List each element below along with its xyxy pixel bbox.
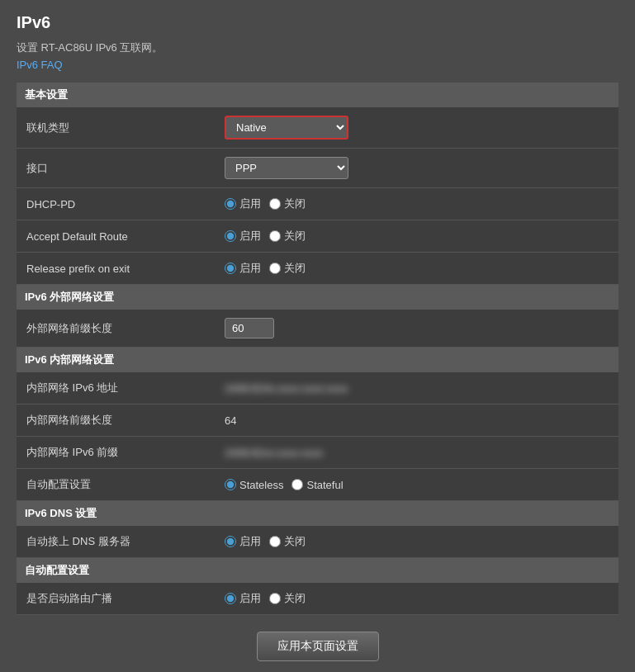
label-external-prefix-len: 外部网络前缀长度 [17, 310, 215, 348]
accept-route-disable-text: 关闭 [284, 229, 306, 244]
row-external-prefix-len: 外部网络前缀长度 [17, 310, 618, 348]
label-interface: 接口 [17, 149, 215, 188]
section-header-basic: 基本设置 [17, 83, 618, 107]
basic-settings-table: 联机类型 Disable Native Tunnel 6in4 Tunnel 6… [17, 107, 618, 285]
cell-internal-ipv6: 2408:824x:xxxx:xxxx:xxxx [215, 372, 618, 405]
autoconfig-stateful-text: Stateful [306, 479, 343, 491]
auto-dns-enable-text: 启用 [239, 534, 261, 549]
row-autoconfig: 自动配置设置 Stateless Stateful [17, 469, 618, 501]
row-internal-ipv6-prefix: 内部网络 IPv6 前缀 2408:82xx:xxxx:xxxx [17, 437, 618, 469]
release-prefix-radio-group: 启用 关闭 [225, 261, 609, 276]
dns-settings-table: 自动接上 DNS 服务器 启用 关闭 [17, 526, 618, 558]
row-release-prefix: Release prefix on exit 启用 关闭 [17, 253, 618, 285]
row-accept-default-route: Accept Default Route 启用 关闭 [17, 220, 618, 253]
accept-route-radio-group: 启用 关闭 [225, 229, 609, 244]
accept-route-enable-text: 启用 [239, 229, 261, 244]
row-routing-broadcast: 是否启动路由广播 启用 关闭 [17, 583, 618, 615]
cell-internal-prefix-len: 64 [215, 405, 618, 437]
routing-broadcast-disable-radio[interactable] [269, 593, 281, 604]
autoconfig-stateless-label[interactable]: Stateless [225, 479, 283, 491]
auto-dns-disable-radio[interactable] [269, 536, 281, 547]
cell-dhcp-pd: 启用 关闭 [215, 188, 618, 220]
dhcp-pd-disable-label[interactable]: 关闭 [269, 196, 306, 211]
auto-dns-disable-label[interactable]: 关闭 [269, 534, 306, 549]
dhcp-pd-disable-radio[interactable] [269, 198, 281, 210]
autoconfig-settings-table: 是否启动路由广播 启用 关闭 [17, 583, 618, 615]
routing-broadcast-enable-text: 启用 [239, 591, 261, 606]
label-internal-prefix-len: 内部网络前缀长度 [17, 405, 215, 437]
autoconfig-stateful-radio[interactable] [291, 479, 303, 490]
accept-route-disable-radio[interactable] [269, 230, 281, 242]
row-dhcp-pd: DHCP-PD 启用 关闭 [17, 188, 618, 220]
cell-routing-broadcast: 启用 关闭 [215, 583, 618, 615]
faq-link[interactable]: IPv6 FAQ [17, 59, 618, 71]
autoconfig-stateless-radio[interactable] [225, 479, 236, 490]
label-internal-ipv6-prefix: 内部网络 IPv6 前缀 [17, 437, 215, 469]
external-settings-table: 外部网络前缀长度 [17, 310, 618, 348]
cell-autoconfig: Stateless Stateful [215, 469, 618, 501]
external-prefix-len-input[interactable] [225, 318, 274, 338]
label-routing-broadcast: 是否启动路由广播 [17, 583, 215, 615]
auto-dns-disable-text: 关闭 [284, 534, 306, 549]
cell-auto-dns: 启用 关闭 [215, 526, 618, 558]
section-autoconfig-settings: 自动配置设置 是否启动路由广播 启用 关闭 [17, 558, 618, 615]
autoconfig-stateful-label[interactable]: Stateful [291, 479, 343, 491]
accept-route-enable-radio[interactable] [225, 230, 236, 242]
interface-select[interactable]: PPP WAN [225, 157, 348, 179]
row-interface: 接口 PPP WAN [17, 149, 618, 188]
section-header-dns: IPv6 DNS 设置 [17, 501, 618, 526]
routing-broadcast-disable-text: 关闭 [284, 591, 306, 606]
connection-type-select[interactable]: Disable Native Tunnel 6in4 Tunnel 6to4 T… [225, 116, 348, 140]
label-internal-ipv6: 内部网络 IPv6 地址 [17, 372, 215, 405]
cell-interface: PPP WAN [215, 149, 618, 188]
auto-dns-radio-group: 启用 关闭 [225, 534, 609, 549]
row-connection-type: 联机类型 Disable Native Tunnel 6in4 Tunnel 6… [17, 107, 618, 149]
release-prefix-disable-text: 关闭 [284, 261, 306, 276]
release-prefix-enable-text: 启用 [239, 261, 261, 276]
cell-release-prefix: 启用 关闭 [215, 253, 618, 285]
routing-broadcast-enable-label[interactable]: 启用 [225, 591, 261, 606]
page-container: IPv6 设置 RT-AC86U IPv6 互联网。 IPv6 FAQ 基本设置… [0, 0, 635, 672]
release-prefix-disable-label[interactable]: 关闭 [269, 261, 306, 276]
label-dhcp-pd: DHCP-PD [17, 188, 215, 220]
dhcp-pd-enable-label[interactable]: 启用 [225, 196, 261, 211]
accept-route-disable-label[interactable]: 关闭 [269, 229, 306, 244]
auto-dns-enable-radio[interactable] [225, 536, 236, 547]
row-internal-prefix-len: 内部网络前缀长度 64 [17, 405, 618, 437]
label-autoconfig: 自动配置设置 [17, 469, 215, 501]
dhcp-pd-enable-text: 启用 [239, 196, 261, 211]
autoconfig-radio-group: Stateless Stateful [225, 479, 609, 491]
routing-broadcast-radio-group: 启用 关闭 [225, 591, 609, 606]
section-header-internal: IPv6 内部网络设置 [17, 348, 618, 372]
internal-settings-table: 内部网络 IPv6 地址 2408:824x:xxxx:xxxx:xxxx 内部… [17, 372, 618, 501]
section-header-autoconfig-settings: 自动配置设置 [17, 558, 618, 583]
apply-button[interactable]: 应用本页面设置 [257, 632, 379, 661]
internal-ipv6-value: 2408:824x:xxxx:xxxx:xxxx [225, 382, 348, 395]
cell-external-prefix-len [215, 310, 618, 348]
label-accept-default-route: Accept Default Route [17, 220, 215, 253]
accept-route-enable-label[interactable]: 启用 [225, 229, 261, 244]
dhcp-pd-enable-radio[interactable] [225, 198, 236, 210]
release-prefix-disable-radio[interactable] [269, 263, 281, 274]
routing-broadcast-enable-radio[interactable] [225, 593, 236, 604]
label-release-prefix: Release prefix on exit [17, 253, 215, 285]
row-auto-dns: 自动接上 DNS 服务器 启用 关闭 [17, 526, 618, 558]
cell-connection-type: Disable Native Tunnel 6in4 Tunnel 6to4 T… [215, 107, 618, 149]
page-title: IPv6 [17, 13, 618, 32]
dhcp-pd-disable-text: 关闭 [284, 196, 306, 211]
release-prefix-enable-radio[interactable] [225, 263, 236, 274]
release-prefix-enable-label[interactable]: 启用 [225, 261, 261, 276]
cell-internal-ipv6-prefix: 2408:82xx:xxxx:xxxx [215, 437, 618, 469]
label-connection-type: 联机类型 [17, 107, 215, 149]
section-basic: 基本设置 联机类型 Disable Native Tunnel 6in4 Tun… [17, 83, 618, 285]
section-header-external: IPv6 外部网络设置 [17, 285, 618, 310]
routing-broadcast-disable-label[interactable]: 关闭 [269, 591, 306, 606]
internal-ipv6-prefix-value: 2408:82xx:xxxx:xxxx [225, 447, 323, 459]
section-dns: IPv6 DNS 设置 自动接上 DNS 服务器 启用 关闭 [17, 501, 618, 558]
internal-prefix-len-value: 64 [225, 414, 236, 427]
section-external: IPv6 外部网络设置 外部网络前缀长度 [17, 285, 618, 348]
auto-dns-enable-label[interactable]: 启用 [225, 534, 261, 549]
row-internal-ipv6: 内部网络 IPv6 地址 2408:824x:xxxx:xxxx:xxxx [17, 372, 618, 405]
dhcp-pd-radio-group: 启用 关闭 [225, 196, 609, 211]
subtitle: 设置 RT-AC86U IPv6 互联网。 [17, 40, 618, 55]
